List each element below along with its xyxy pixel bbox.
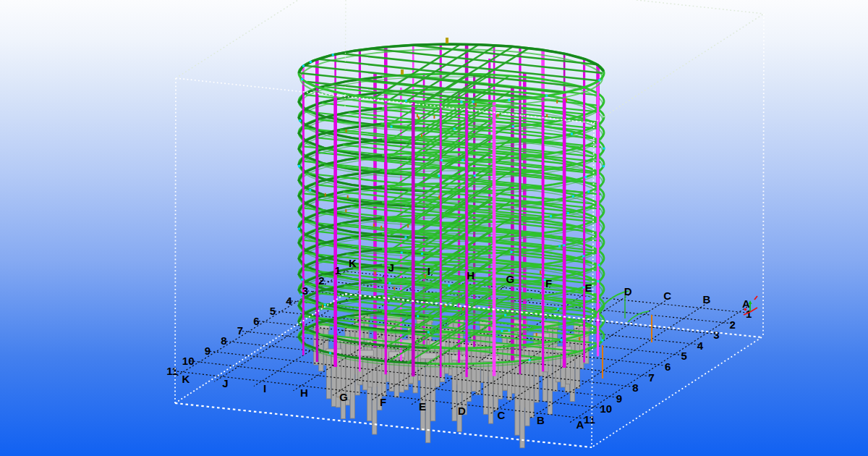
joint-node: [584, 176, 587, 178]
grid-label-letter-top: E: [584, 282, 592, 294]
joint-node: [421, 253, 423, 255]
beam-marker: [497, 114, 498, 117]
grid-label-letter-bottom: K: [182, 373, 190, 385]
pile[interactable]: [483, 362, 488, 415]
joint-node: [302, 65, 305, 67]
grid-label-letter-top: J: [388, 261, 393, 274]
beam-marker: [380, 226, 382, 229]
pile[interactable]: [472, 348, 476, 391]
beam-marker: [345, 209, 346, 213]
beam-marker: [556, 100, 558, 104]
joint-node: [401, 252, 403, 254]
joint-node: [571, 133, 573, 135]
beam-marker: [446, 38, 448, 43]
pile[interactable]: [457, 360, 461, 432]
axis-origin: [744, 308, 746, 311]
grid-label-number-left: 10: [182, 355, 195, 367]
pile[interactable]: [544, 339, 548, 372]
beam-marker: [475, 103, 477, 106]
grid-label-letter-bottom: I: [263, 382, 266, 394]
grid-label-letter-bottom: F: [380, 396, 386, 408]
grid-label-letter-top: C: [663, 290, 671, 302]
joint-node: [603, 165, 605, 167]
floor-rings: [299, 74, 604, 367]
joint-node: [427, 332, 430, 334]
joint-node: [299, 119, 301, 122]
grid-label-letter-top: F: [545, 277, 552, 290]
grid-label-letter-bottom: D: [458, 405, 466, 417]
joint-node: [417, 315, 419, 317]
joint-node: [388, 282, 391, 284]
grid-label-number-left: 11: [166, 365, 178, 377]
grid-label-number-right: 2: [730, 318, 736, 331]
joint-node: [508, 329, 510, 332]
joint-node: [454, 127, 456, 130]
beam-marker: [393, 287, 395, 290]
grid-label-number-left: 7: [237, 324, 243, 337]
grid-label-letter-bottom: A: [576, 418, 584, 431]
model-viewport[interactable]: KKJJIIHHGGFFEEDDCCBBAA112233445566778899…: [0, 0, 868, 456]
beam-marker: [375, 271, 376, 275]
joint-node: [309, 189, 311, 191]
beam-marker: [417, 114, 418, 118]
grid-label-letter-top: G: [506, 273, 515, 285]
joint-node: [332, 54, 334, 56]
joint-node: [310, 61, 312, 63]
pile[interactable]: [421, 359, 425, 431]
grid-label-number-right: 9: [616, 392, 622, 405]
joint-node: [460, 101, 462, 103]
beam-marker: [325, 193, 326, 197]
grid-label-letter-bottom: J: [222, 377, 228, 389]
pile[interactable]: [525, 363, 529, 426]
grid-label-number-left: 5: [270, 305, 276, 317]
box-edge-top-back-right: [637, 0, 764, 14]
joint-node: [474, 174, 476, 177]
joint-node: [511, 251, 513, 253]
grid-label-letter-bottom: B: [537, 414, 545, 426]
joint-node: [512, 125, 514, 127]
beam-marker: [438, 195, 440, 199]
grid-label-letter-bottom: H: [300, 387, 308, 399]
grid-label-letter-top: D: [624, 285, 632, 297]
beam-marker: [546, 114, 548, 118]
pile[interactable]: [363, 356, 367, 390]
joint-node: [567, 212, 569, 214]
joint-node: [545, 95, 548, 97]
joint-node: [601, 339, 603, 342]
pile[interactable]: [431, 359, 435, 421]
beam-marker: [579, 337, 580, 341]
joint-node: [391, 125, 393, 127]
grid-label-number-left: 9: [205, 345, 210, 357]
grid-label-letter-bottom: C: [498, 409, 506, 421]
joint-node: [298, 227, 300, 229]
joint-node: [501, 330, 503, 332]
joint-node: [438, 174, 441, 177]
beam-marker: [540, 271, 541, 274]
joint-node: [441, 159, 443, 161]
axis-tick: [754, 296, 757, 300]
joint-node: [405, 100, 407, 102]
pile[interactable]: [503, 350, 507, 390]
joint-node: [563, 244, 565, 246]
joint-node: [301, 279, 303, 281]
grid-label-letter-bottom: G: [339, 391, 348, 403]
joint-node: [504, 314, 506, 316]
beam-marker: [373, 224, 375, 227]
beam-marker: [421, 134, 422, 138]
joint-node: [324, 304, 326, 306]
grid-label-number-left: 6: [253, 315, 259, 327]
grid-line-letter: [569, 307, 747, 423]
pile[interactable]: [394, 358, 399, 397]
beam-marker: [347, 195, 349, 199]
pile[interactable]: [520, 363, 524, 448]
grid-label-number-left: 4: [286, 295, 292, 307]
grid-label-number-right: 10: [600, 402, 612, 415]
grid-label-letter-top: H: [467, 269, 475, 282]
joint-node: [561, 339, 563, 341]
beam-marker: [425, 274, 426, 278]
model-canvas: KKJJIIHHGGFFEEDDCCBBAA112233445566778899…: [0, 0, 868, 456]
beam-marker: [418, 117, 420, 120]
joint-node: [461, 159, 464, 161]
grid-label-letter-bottom: E: [419, 400, 426, 413]
joint-node: [582, 255, 584, 257]
